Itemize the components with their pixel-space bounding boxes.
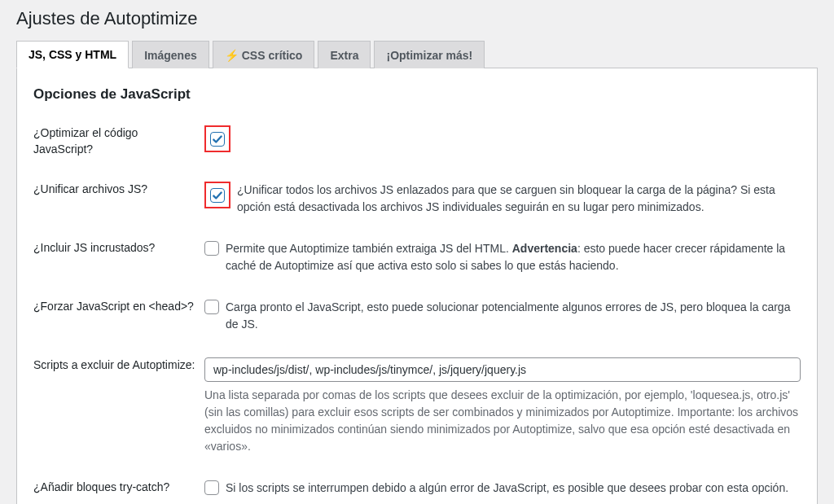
label-exclude-scripts: Scripts a excluir de Autoptimize: bbox=[33, 357, 204, 374]
bolt-icon: ⚡ bbox=[225, 49, 239, 62]
tab-label: JS, CSS y HTML bbox=[29, 48, 116, 61]
row-head-js: ¿Forzar JavaScript en <head>? Carga pron… bbox=[33, 299, 801, 333]
row-exclude-scripts: Scripts a excluir de Autoptimize: Una li… bbox=[33, 357, 801, 455]
checkbox-unify-js[interactable] bbox=[210, 188, 225, 203]
desc-head-js: Carga pronto el JavaScript, esto puede s… bbox=[226, 299, 801, 333]
checkbox-head-js[interactable] bbox=[204, 300, 219, 314]
tab-critical-css[interactable]: ⚡CSS crítico bbox=[213, 41, 315, 68]
page-title: Ajustes de Autoptimize bbox=[16, 8, 818, 29]
label-head-js: ¿Forzar JavaScript en <head>? bbox=[33, 299, 204, 315]
row-inline-js: ¿Incluir JS incrustados? Permite que Aut… bbox=[33, 240, 801, 274]
desc-trycatch: Si los scripts se interrumpen debido a a… bbox=[226, 480, 788, 497]
input-exclude-scripts[interactable] bbox=[204, 357, 801, 382]
tab-label: ¡Optimizar más! bbox=[386, 49, 472, 62]
tab-images[interactable]: Imágenes bbox=[132, 41, 209, 68]
desc-unify-js: ¿Unificar todos los archivos JS enlazado… bbox=[237, 182, 801, 216]
tab-label: Extra bbox=[330, 49, 358, 62]
settings-panel: Opciones de JavaScript ¿Optimizar el cód… bbox=[16, 68, 818, 504]
tab-extra[interactable]: Extra bbox=[318, 41, 371, 68]
section-title: Opciones de JavaScript bbox=[33, 86, 801, 103]
highlight-optimize-js bbox=[204, 125, 230, 152]
highlight-unify-js bbox=[204, 182, 230, 208]
row-optimize-js: ¿Optimizar el código JavaScript? bbox=[33, 125, 801, 157]
help-exclude-scripts: Una lista separada por comas de los scri… bbox=[204, 387, 801, 455]
row-unify-js: ¿Unificar archivos JS? ¿Unificar todos l… bbox=[33, 182, 801, 216]
label-optimize-js: ¿Optimizar el código JavaScript? bbox=[33, 125, 204, 157]
nav-tabs: JS, CSS y HTML Imágenes ⚡CSS crítico Ext… bbox=[16, 41, 818, 68]
checkbox-optimize-js[interactable] bbox=[210, 132, 225, 147]
label-inline-js: ¿Incluir JS incrustados? bbox=[33, 240, 204, 256]
tab-label: CSS crítico bbox=[242, 49, 303, 62]
desc-inline-js: Permite que Autoptimize también extraiga… bbox=[226, 240, 801, 274]
tab-label: Imágenes bbox=[144, 49, 197, 62]
label-unify-js: ¿Unificar archivos JS? bbox=[33, 182, 204, 198]
tab-optimize-more[interactable]: ¡Optimizar más! bbox=[374, 41, 485, 68]
tab-js-css-html[interactable]: JS, CSS y HTML bbox=[16, 41, 129, 68]
label-trycatch: ¿Añadir bloques try-catch? bbox=[33, 480, 204, 496]
checkbox-trycatch[interactable] bbox=[204, 480, 219, 495]
checkbox-inline-js[interactable] bbox=[204, 241, 219, 256]
row-trycatch: ¿Añadir bloques try-catch? Si los script… bbox=[33, 480, 801, 497]
